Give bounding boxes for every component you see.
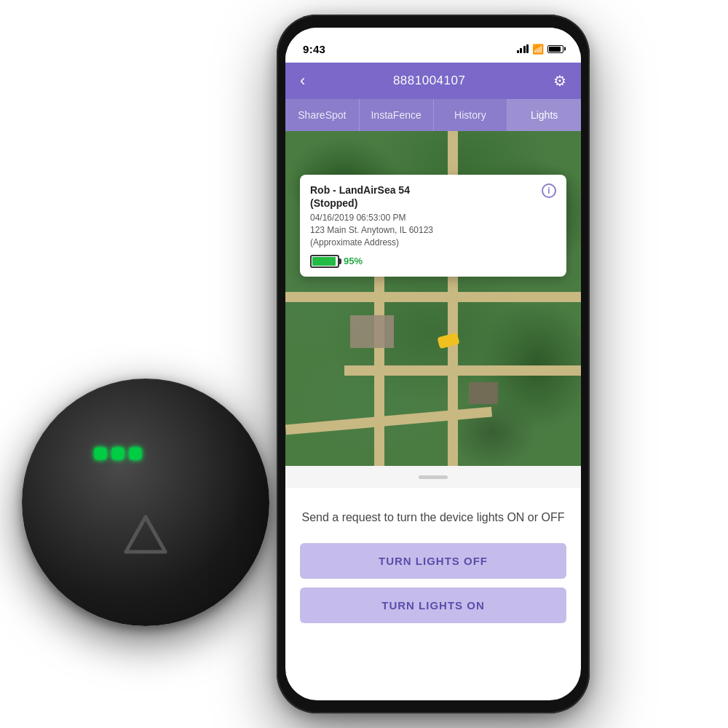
battery-percentage: 95% [344,256,363,266]
tab-sharespot[interactable]: ShareSpot [285,99,360,131]
svg-marker-0 [126,517,165,552]
phone-frame: 9:43 📶 ‹ 8881004107 ⚙ [277,15,590,713]
tracker-light-1 [95,448,106,459]
tracker-light-2 [112,448,124,459]
status-bar: 9:43 📶 [285,28,581,63]
map-area[interactable]: Rob - LandAirSea 54 (Stopped) i 04/16/20… [285,131,581,466]
road-horizontal-1 [285,292,581,302]
popup-device-name: Rob - LandAirSea 54 [310,183,410,197]
popup-status: (Stopped) [310,197,410,210]
popup-header: Rob - LandAirSea 54 (Stopped) i [310,183,556,210]
tab-lights[interactable]: Lights [507,99,581,131]
status-icons: 📶 [517,44,564,55]
popup-title-block: Rob - LandAirSea 54 (Stopped) [310,183,410,210]
turn-lights-on-button[interactable]: TURN LIGHTS ON [300,587,566,623]
road-horizontal-2 [344,365,581,376]
status-time: 9:43 [303,43,325,55]
phone-screen: 9:43 📶 ‹ 8881004107 ⚙ [285,28,581,700]
tracker-lights [95,448,141,459]
back-button[interactable]: ‹ [300,71,305,90]
location-popup: Rob - LandAirSea 54 (Stopped) i 04/16/20… [300,175,566,277]
lights-description: Send a request to turn the device lights… [300,510,566,526]
lights-panel: Send a request to turn the device lights… [285,488,581,646]
scroll-pill [419,475,448,479]
tracker-device [22,379,269,626]
building-3 [350,315,394,348]
tab-instafence[interactable]: InstaFence [360,99,434,131]
signal-bars-icon [517,44,529,53]
battery-display-fill [312,257,336,266]
tab-history[interactable]: History [434,99,508,131]
nav-title: 8881004107 [393,74,466,88]
scroll-indicator [285,466,581,488]
settings-icon[interactable]: ⚙ [553,72,566,90]
nav-bar: ‹ 8881004107 ⚙ [285,63,581,99]
tracker-logo [120,510,171,561]
battery-status-icon [547,45,563,53]
building-4 [469,382,498,404]
popup-address: 123 Main St. Anytown, IL 60123 (Approxim… [310,224,556,249]
tracker-light-3 [130,448,141,459]
battery-row: 95% [310,255,556,268]
popup-date: 04/16/2019 06:53:00 PM [310,213,556,223]
popup-info-button[interactable]: i [542,183,556,198]
popup-battery-icon [310,255,339,268]
wifi-icon: 📶 [532,44,544,55]
tab-bar: ShareSpot InstaFence History Lights [285,99,581,131]
turn-lights-off-button[interactable]: TURN LIGHTS OFF [300,543,566,579]
